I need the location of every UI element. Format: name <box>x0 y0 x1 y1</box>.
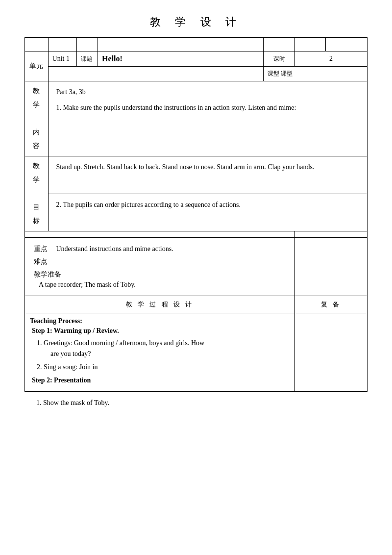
step1-list: Greetings: Good morning / afternoon, boy… <box>30 338 290 373</box>
top-cell-7 <box>326 38 368 51</box>
process-content-cell: Teaching Process: Step 1: Warming up / R… <box>25 313 295 392</box>
zhongdian-row: 重点 Understand instructions and mime acti… <box>25 238 368 296</box>
neirong-label-cell: 教学内容 <box>25 81 49 156</box>
unit-value-cell: Unit 1 <box>48 51 76 67</box>
zhongdian-label-text: 重点 <box>34 245 48 252</box>
mubiao-item1-content: Stand up. Stretch. Stand back to back. S… <box>52 159 363 175</box>
zhongdian-label: 重点 Understand instructions and mime acti… <box>34 245 286 253</box>
step1-title: Step 1: Warming up / Review. <box>32 327 290 335</box>
top-cell-4 <box>98 38 264 51</box>
greetings-text: Greetings: Good morning / afternoon, boy… <box>44 339 204 347</box>
separator-row <box>25 231 368 238</box>
keti-label-cell: 课题 <box>76 51 98 67</box>
process-fubei-content <box>294 313 367 392</box>
sep-left <box>25 231 295 238</box>
nandian-label: 难点 <box>34 257 286 266</box>
mubiao-label-cell: 教学目标 <box>25 156 49 231</box>
mubiao-row: 教学目标 Stand up. Stretch. Stand back to ba… <box>25 156 368 194</box>
ketype-row: 课型 课型 <box>25 67 368 81</box>
jzb-label-text: 教学准备 <box>34 271 61 278</box>
top-cell-6 <box>294 38 325 51</box>
process-header-text: 教 学 过 程 设 计 <box>126 301 194 308</box>
bottom-section: Show the mask of Toby. <box>24 392 368 416</box>
step2-title: Step 2: Presentation <box>32 377 290 384</box>
neirong-content-area: Part 3a, 3b 1. Make sure the pupils unde… <box>52 84 363 116</box>
zhongdian-right <box>294 238 367 296</box>
process-header-cell: 教 学 过 程 设 计 <box>25 296 295 313</box>
process-title: Teaching Process: <box>30 317 290 325</box>
zhongdian-content: 重点 Understand instructions and mime acti… <box>25 238 295 296</box>
top-cell-3 <box>76 38 98 51</box>
process-content-row: Teaching Process: Step 1: Warming up / R… <box>25 313 368 392</box>
keti-value-cell: Hello! <box>98 51 264 67</box>
zhongdian-content1: Understand instructions and mime actions… <box>56 245 173 252</box>
top-cell-2 <box>48 38 76 51</box>
jzb-content: A tape recorder; The mask of Toby. <box>34 281 286 289</box>
ketype-label-cell: 课型 课型 <box>264 67 368 81</box>
step1-item2: Sing a song: Join in <box>44 362 290 373</box>
main-table: 单元 Unit 1 课题 Hello! 课时 2 课型 课型 教学内容 Part… <box>24 37 368 392</box>
page-title: 教 学 设 计 <box>24 15 368 29</box>
fubei-header-text: 复 备 <box>321 301 341 308</box>
mubiao-item2-content: 2. The pupils can order pictures accordi… <box>52 197 363 213</box>
jiaoxue-zhunbei-label: 教学准备 <box>34 270 286 279</box>
mubiao-label: 教学目标 <box>29 159 44 228</box>
keshi-value-cell: 2 <box>294 51 367 67</box>
unit-row: 单元 Unit 1 课题 Hello! 课时 2 <box>25 51 368 67</box>
zhongdian-area: 重点 Understand instructions and mime acti… <box>29 241 291 293</box>
neirong-label: 教学内容 <box>29 84 44 153</box>
process-header-row: 教 学 过 程 设 计 复 备 <box>25 296 368 313</box>
top-cell-5 <box>264 38 294 51</box>
keshi-label-cell: 课时 <box>264 51 294 67</box>
fubei-header-cell: 复 备 <box>294 296 367 313</box>
bottom-list: Show the mask of Toby. <box>29 398 363 408</box>
neirong-item1: 1. Make sure the pupils understand the i… <box>56 104 359 112</box>
greetings-text2: are you today? <box>44 349 91 359</box>
top-cell-1 <box>25 38 49 51</box>
process-section: Teaching Process: Step 1: Warming up / R… <box>25 313 294 391</box>
mubiao-row2: 2. The pupils can order pictures accordi… <box>25 194 368 231</box>
header-row-top <box>25 38 368 51</box>
mubiao-item1: Stand up. Stretch. Stand back to back. S… <box>48 156 367 194</box>
neirong-content: Part 3a, 3b 1. Make sure the pupils unde… <box>48 81 367 156</box>
sep-right <box>294 231 367 238</box>
ketype-empty <box>48 67 264 81</box>
neirong-row: 教学内容 Part 3a, 3b 1. Make sure the pupils… <box>25 81 368 156</box>
neirong-part: Part 3a, 3b <box>56 88 359 96</box>
bottom-item1: Show the mask of Toby. <box>43 398 363 408</box>
step1-item1: Greetings: Good morning / afternoon, boy… <box>44 338 290 360</box>
ketype-label-text: 课型 <box>281 70 293 77</box>
ketype-label: 课型 <box>268 70 279 77</box>
mubiao-item2: 2. The pupils can order pictures accordi… <box>48 194 367 231</box>
unit-label-cell: 单元 <box>25 51 49 81</box>
